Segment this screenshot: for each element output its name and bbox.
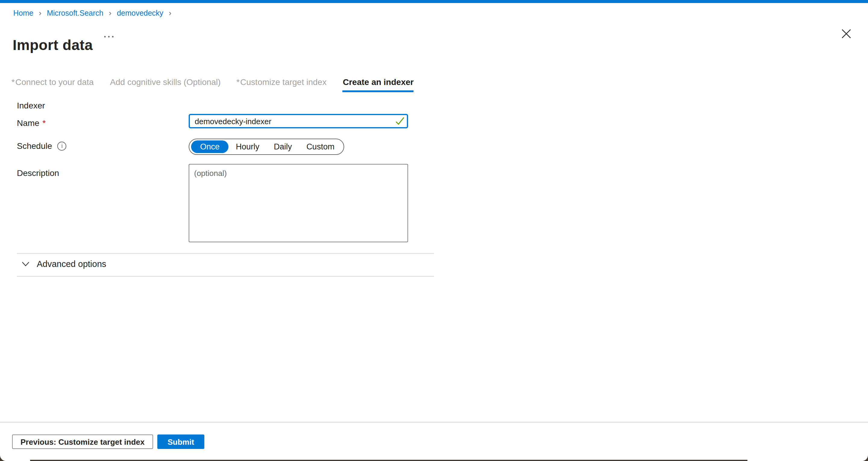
tab-required-marker: * [11, 77, 15, 87]
schedule-field-label: Schedule i [17, 141, 67, 151]
tab-label: Connect to your data [16, 77, 94, 87]
description-textarea[interactable] [189, 164, 408, 242]
breadcrumb-link-home[interactable]: Home [13, 9, 33, 18]
viewport: Home › Microsoft.Search › demovedecky › … [0, 0, 868, 461]
breadcrumb-link-service[interactable]: Microsoft.Search [47, 9, 103, 18]
schedule-option-custom[interactable]: Custom [299, 141, 342, 153]
breadcrumb-separator-icon: › [109, 9, 112, 17]
page-title: Import data [13, 37, 93, 54]
more-options-icon[interactable]: ··· [104, 31, 116, 41]
schedule-label-text: Schedule [17, 141, 52, 151]
breadcrumb-separator-icon: › [169, 9, 172, 17]
advanced-options-toggle[interactable]: Advanced options [22, 259, 106, 269]
valid-check-icon [396, 117, 404, 125]
required-asterisk: * [42, 118, 46, 128]
close-icon[interactable] [841, 28, 852, 39]
tab-label: Create an indexer [343, 77, 413, 87]
wizard-tabs: *Connect to your data Add cognitive skil… [11, 77, 413, 87]
description-field-label: Description [17, 168, 59, 178]
tab-connect-to-your-data[interactable]: *Connect to your data [11, 77, 94, 87]
indexer-section-heading: Indexer [17, 101, 45, 110]
divider [17, 253, 434, 254]
footer-divider [0, 422, 868, 423]
portal-top-accent-bar [0, 0, 868, 3]
tab-label: Customize target index [240, 77, 327, 87]
advanced-options-label: Advanced options [37, 259, 106, 269]
tab-add-cognitive-skills[interactable]: Add cognitive skills (Optional) [110, 77, 221, 87]
schedule-option-hourly[interactable]: Hourly [229, 141, 267, 153]
schedule-toggle-group: Once Hourly Daily Custom [189, 139, 344, 155]
tab-create-an-indexer[interactable]: Create an indexer [342, 77, 413, 87]
description-label-text: Description [17, 168, 59, 178]
desktop-edge-strip [30, 460, 747, 461]
divider [17, 276, 434, 277]
schedule-option-once[interactable]: Once [191, 141, 229, 153]
schedule-option-daily[interactable]: Daily [267, 141, 299, 153]
tab-label: Add cognitive skills (Optional) [110, 77, 221, 87]
breadcrumb: Home › Microsoft.Search › demovedecky › [13, 9, 172, 18]
indexer-name-input[interactable] [189, 114, 408, 128]
breadcrumb-link-resource[interactable]: demovedecky [117, 9, 163, 18]
name-field-label: Name * [17, 118, 46, 128]
chevron-down-icon [22, 262, 30, 266]
import-data-panel: Home › Microsoft.Search › demovedecky › … [0, 0, 868, 461]
previous-step-button[interactable]: Previous: Customize target index [12, 434, 153, 449]
tab-required-marker: * [236, 77, 240, 87]
submit-button[interactable]: Submit [157, 434, 204, 449]
tab-customize-target-index[interactable]: *Customize target index [236, 77, 327, 87]
breadcrumb-separator-icon: › [39, 9, 41, 17]
info-icon[interactable]: i [58, 141, 67, 150]
name-label-text: Name [17, 118, 39, 128]
